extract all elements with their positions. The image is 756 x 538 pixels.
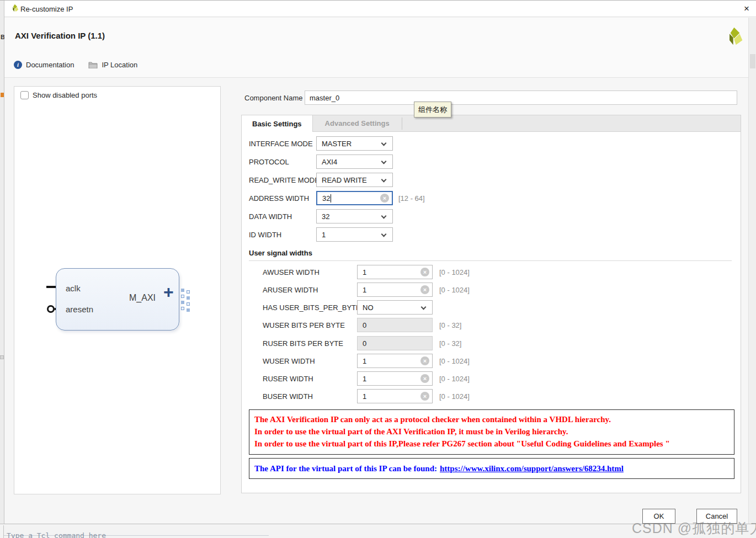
show-disabled-ports-checkbox[interactable] <box>20 91 29 99</box>
wuser-width-input[interactable]: 1 × <box>357 354 433 368</box>
field-ruser-width: RUSER WIDTH 1 × [0 - 1024] <box>242 371 741 386</box>
clear-icon[interactable]: × <box>380 194 389 203</box>
vhdl-warning-box: The AXI Verification IP can only act as … <box>249 409 734 455</box>
aruser-width-label: ARUSER WIDTH <box>263 286 318 294</box>
wuser-bits-per-byte-range: [0 - 32] <box>439 321 461 329</box>
text-caret <box>331 194 331 203</box>
expand-interface-plus-icon[interactable]: + <box>163 283 174 301</box>
buser-width-range: [0 - 1024] <box>439 392 470 401</box>
ruser-bits-per-byte-input: 0 <box>357 336 433 350</box>
field-id-width: ID WIDTH 1 <box>242 227 741 242</box>
aruser-width-input[interactable]: 1 × <box>357 283 433 297</box>
documentation-label: Documentation <box>26 61 74 69</box>
api-info-text: The API for the virtual part of this IP … <box>254 464 437 473</box>
show-disabled-ports-label: Show disabled ports <box>33 91 97 99</box>
has-user-bits-per-byte-select[interactable]: NO <box>357 300 433 315</box>
recustomize-ip-dialog: Re-customize IP × AXI Verification IP (1… <box>4 1 756 524</box>
background-window-left-edge: B <box>0 1 4 538</box>
collapsed-interface-pins <box>181 289 193 312</box>
dialog-titlebar[interactable]: Re-customize IP × <box>4 1 756 17</box>
aresetn-port-label: aresetn <box>66 305 93 314</box>
chevron-down-icon <box>381 214 387 219</box>
clear-icon[interactable]: × <box>420 356 429 365</box>
csdn-watermark: CSDN @孤独的单刀 <box>632 519 756 537</box>
read-write-mode-select[interactable]: READ WRITE <box>316 173 393 187</box>
protocol-label: PROTOCOL <box>249 158 289 166</box>
chevron-down-icon <box>381 141 387 146</box>
buser-width-input[interactable]: 1 × <box>357 389 433 403</box>
tcl-command-hint[interactable]: Type a Tcl command here <box>7 531 106 538</box>
awuser-width-input[interactable]: 1 × <box>357 265 433 279</box>
protocol-select[interactable]: AXI4 <box>316 155 393 169</box>
warning-line-3: In order to use the virtual part of this… <box>254 438 729 450</box>
scrollbar-thumb[interactable] <box>750 54 755 68</box>
user-signal-widths-title: User signal widths <box>249 249 312 257</box>
clear-icon[interactable]: × <box>420 392 429 401</box>
tab-advanced-settings[interactable]: Advanced Settings <box>313 115 402 131</box>
field-aruser-width: ARUSER WIDTH 1 × [0 - 1024] <box>242 283 741 297</box>
data-width-select[interactable]: 32 <box>316 209 393 223</box>
clear-icon[interactable]: × <box>420 285 429 294</box>
field-ruser-bits-per-byte: RUSER BITS PER BYTE 0 [0 - 32] <box>242 336 741 350</box>
wuser-width-label: WUSER WIDTH <box>263 357 315 365</box>
awuser-width-range: [0 - 1024] <box>439 268 470 276</box>
api-link[interactable]: https://www.xilinx.com/support/answers/6… <box>440 464 624 473</box>
scrollbar-track[interactable] <box>748 18 756 524</box>
background-icon-fragment <box>1 93 4 97</box>
xilinx-logo-icon <box>10 4 20 13</box>
ip-symbol-panel: Show disabled ports aclk aresetn M_AXI + <box>14 86 221 494</box>
documentation-link[interactable]: i Documentation <box>14 61 74 69</box>
chevron-down-icon <box>381 232 387 237</box>
tcl-input-border <box>3 525 4 538</box>
ruser-width-range: [0 - 1024] <box>439 375 470 383</box>
field-address-width: ADDRESS WIDTH 32 × [12 - 64] <box>242 191 741 205</box>
ruser-bits-per-byte-range: [0 - 32] <box>439 339 461 348</box>
settings-tabstrip: Basic Settings Advanced Settings <box>242 115 741 132</box>
header-links-row: i Documentation IP Location <box>14 60 147 70</box>
id-width-select[interactable]: 1 <box>316 227 393 242</box>
has-user-bits-per-byte-label: HAS USER_BITS_PER_BYTE <box>263 303 361 312</box>
aclk-port-label: aclk <box>66 284 81 293</box>
ip-location-link[interactable]: IP Location <box>88 61 137 69</box>
ip-header-banner: AXI Verification IP (1.1) i Documentatio… <box>4 18 756 78</box>
ruser-width-input[interactable]: 1 × <box>357 371 433 386</box>
ip-block-symbol[interactable]: aclk aresetn M_AXI + <box>56 268 179 331</box>
interface-mode-select[interactable]: MASTER <box>316 136 393 151</box>
wuser-bits-per-byte-input: 0 <box>357 318 433 332</box>
aruser-width-range: [0 - 1024] <box>439 286 470 294</box>
component-name-input[interactable] <box>305 90 737 105</box>
clear-icon[interactable]: × <box>420 268 429 276</box>
buser-width-label: BUSER WIDTH <box>263 392 313 401</box>
close-icon[interactable]: × <box>744 3 749 14</box>
field-protocol: PROTOCOL AXI4 <box>242 155 741 169</box>
aclk-port-stub <box>46 286 56 288</box>
field-wuser-bits-per-byte: WUSER BITS PER BYTE 0 [0 - 32] <box>242 318 741 332</box>
field-awuser-width: AWUSER WIDTH 1 × [0 - 1024] <box>242 265 741 279</box>
section-divider <box>249 260 732 261</box>
xilinx-logo <box>724 26 746 49</box>
ruser-width-label: RUSER WIDTH <box>263 375 313 383</box>
read-write-mode-label: READ_WRITE MODE <box>249 176 320 184</box>
awuser-width-label: AWUSER WIDTH <box>263 268 320 276</box>
aresetn-port-ring <box>47 305 55 313</box>
field-read-write-mode: READ_WRITE MODE READ WRITE <box>242 173 741 187</box>
id-width-label: ID WIDTH <box>249 231 281 239</box>
basic-settings-body: INTERFACE MODE MASTER PROTOCOL AXI4 READ… <box>242 132 741 493</box>
field-buser-width: BUSER WIDTH 1 × [0 - 1024] <box>242 389 741 403</box>
data-width-label: DATA WIDTH <box>249 212 292 221</box>
settings-panel: Basic Settings Advanced Settings INTERFA… <box>241 115 741 493</box>
warning-line-2: In order to use the virtual part of the … <box>254 425 729 438</box>
clear-icon[interactable]: × <box>420 374 429 383</box>
address-width-range: [12 - 64] <box>398 194 425 203</box>
component-name-label: Component Name <box>244 94 303 102</box>
show-disabled-ports-row: Show disabled ports <box>20 91 97 99</box>
dialog-title: Re-customize IP <box>20 5 73 13</box>
chevron-down-icon <box>421 305 427 310</box>
tab-basic-settings[interactable]: Basic Settings <box>242 115 313 132</box>
field-wuser-width: WUSER WIDTH 1 × [0 - 1024] <box>242 354 741 368</box>
ruser-bits-per-byte-label: RUSER BITS PER BYTE <box>263 339 343 348</box>
background-icon-fragment2 <box>0 355 4 359</box>
interface-mode-label: INTERFACE MODE <box>249 140 313 148</box>
warning-line-1: The AXI Verification IP can only act as … <box>254 413 729 425</box>
address-width-input[interactable]: 32 × <box>316 191 393 205</box>
